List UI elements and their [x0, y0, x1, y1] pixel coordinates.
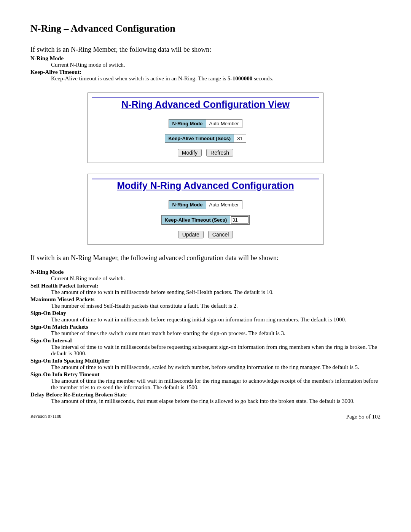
modify-keepalive-table: Keep-Alive Timeout (Secs): [161, 215, 250, 225]
manager-def-desc: The amount of time to wait in millisecon…: [51, 316, 381, 323]
manager-intro: If switch is an N-Ring Manager, the foll…: [30, 254, 381, 262]
manager-def-desc: Current N-Ring mode of switch.: [51, 275, 381, 282]
manager-def-desc: The amount of time to wait in millisecon…: [51, 364, 381, 371]
manager-def-term: Sign-On Delay: [30, 310, 381, 316]
manager-def-term: Maximum Missed Packets: [30, 296, 381, 303]
modify-mode-table: N-Ring Mode Auto Member: [169, 200, 242, 209]
modify-ka-label: Keep-Alive Timeout (Secs): [161, 216, 230, 225]
manager-def-desc: The number of times the switch count mus…: [51, 330, 381, 337]
member-intro: If switch is an N-Ring Member, the follo…: [30, 46, 381, 54]
manager-def-term: Sign-On Info Spacing Multiplier: [30, 358, 381, 364]
manager-def-term: Sign-On Interval: [30, 337, 381, 344]
modify-button[interactable]: Modify: [178, 149, 202, 157]
modify-panel: Modify N-Ring Advanced Configuration N-R…: [88, 174, 323, 245]
update-button[interactable]: Update: [178, 231, 204, 238]
keepalive-input[interactable]: [231, 216, 249, 224]
manager-def-term: Self Health Packet Interval:: [30, 283, 381, 289]
view-ka-label: Keep-Alive Timeout (Secs): [165, 134, 234, 143]
ka-desc-post: seconds.: [252, 75, 273, 81]
manager-def-desc: The amount of time to wait in millisecon…: [51, 289, 381, 296]
ka-desc-pre: Keep-Alive timeout is used when switch i…: [51, 75, 228, 81]
view-mode-table: N-Ring Mode Auto Member: [169, 119, 242, 128]
manager-def-term: N-Ring Mode: [30, 269, 381, 275]
page-title: N-Ring – Advanced Configuration: [30, 23, 381, 34]
manager-def-term: Delay Before Re-Entering Broken State: [30, 391, 381, 398]
revision-text: Revision 071108: [30, 414, 61, 420]
ka-range: 5-1000000: [228, 75, 252, 81]
view-panel-title: N-Ring Advanced Configuration View: [92, 97, 319, 110]
manager-def-desc: The interval of time to wait in millisec…: [51, 344, 381, 357]
page-number: Page 55 of 102: [346, 414, 381, 420]
manager-def-desc: The amount of time, in milliseconds, tha…: [51, 398, 381, 404]
def-desc-keepalive: Keep-Alive timeout is used when switch i…: [51, 75, 381, 82]
manager-def-term: Sign-On Match Packets: [30, 324, 381, 330]
modify-mode-label: N-Ring Mode: [169, 201, 206, 209]
def-term-keepalive: Keep-Alive Timeout:: [30, 69, 381, 75]
view-keepalive-table: Keep-Alive Timeout (Secs) 31: [165, 134, 246, 143]
cancel-button[interactable]: Cancel: [208, 231, 233, 238]
manager-def-desc: The amount of time the ring member will …: [51, 378, 381, 391]
refresh-button[interactable]: Refresh: [206, 149, 233, 157]
manager-def-desc: The number of missed Self-Health packets…: [51, 303, 381, 309]
modify-mode-value: Auto Member: [206, 201, 242, 209]
view-mode-label: N-Ring Mode: [169, 120, 206, 128]
def-desc-mode: Current N-Ring mode of switch.: [51, 62, 381, 68]
view-mode-value: Auto Member: [206, 120, 242, 128]
manager-def-term: Sign-On Info Retry Timeout: [30, 371, 381, 378]
view-panel: N-Ring Advanced Configuration View N-Rin…: [88, 93, 323, 163]
modify-panel-title: Modify N-Ring Advanced Configuration: [92, 179, 319, 191]
view-ka-value: 31: [234, 134, 246, 143]
def-term-mode: N-Ring Mode: [30, 55, 381, 62]
